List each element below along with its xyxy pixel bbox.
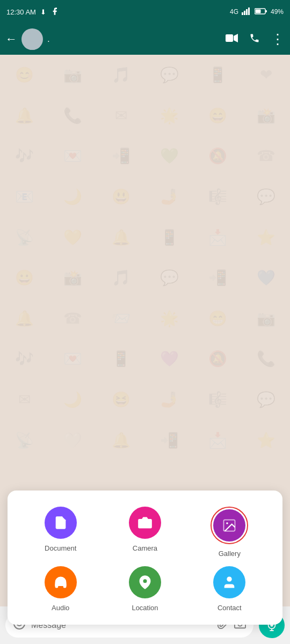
attachment-document[interactable]: Document (18, 507, 103, 558)
svg-rect-2 (246, 9, 248, 15)
document-label: Document (45, 544, 76, 552)
contact-name: . (47, 34, 50, 45)
location-icon-circle (129, 566, 161, 598)
attachment-camera[interactable]: Camera (103, 507, 187, 558)
status-left: 12:30 AM ⬇ (6, 7, 59, 17)
header-right: ⋮ (226, 32, 285, 46)
audio-label: Audio (52, 604, 69, 612)
svg-point-16 (227, 577, 232, 582)
attachment-location[interactable]: Location (103, 566, 187, 612)
gallery-icon-circle (213, 509, 245, 541)
attachment-audio[interactable]: Audio (18, 566, 103, 612)
battery-percent: 49% (271, 8, 284, 16)
svg-rect-1 (244, 11, 245, 15)
svg-rect-3 (248, 8, 250, 15)
header-left: ← . (5, 28, 226, 50)
download-icon: ⬇ (40, 8, 46, 16)
svg-rect-6 (265, 10, 267, 12)
time-display: 12:30 AM (6, 8, 36, 16)
svg-point-7 (28, 33, 37, 41)
camera-label: Camera (133, 544, 157, 552)
chat-area: 😊📷🎵💬📱❤ 🔔📞✉🌟😄📸 🎶💌📲💚🔕☎ 📧🌙😃🤳🎼💬 📡💛🔔📱📩⭐ 😀📸🎵💬📲… (0, 55, 290, 460)
chat-background-pattern: 😊📷🎵💬📱❤ 🔔📞✉🌟😄📸 🎶💌📲💚🔕☎ 📧🌙😃🤳🎼💬 📡💛🔔📱📩⭐ 😀📸🎵💬📲… (0, 55, 290, 460)
attachment-gallery[interactable]: Gallery (187, 507, 272, 558)
gallery-selected-border (211, 507, 248, 544)
svg-point-14 (226, 522, 228, 524)
facebook-icon (50, 7, 59, 17)
avatar (21, 28, 43, 50)
status-bar: 12:30 AM ⬇ 4G 49% (0, 0, 290, 24)
signal-icon (242, 8, 251, 17)
network-type: 4G (230, 8, 238, 16)
svg-rect-0 (242, 12, 243, 15)
svg-marker-10 (234, 34, 238, 42)
contact-label: Contact (218, 604, 242, 612)
contact-icon-circle (213, 566, 245, 598)
document-icon-circle (45, 507, 77, 539)
svg-point-8 (25, 41, 40, 50)
attachment-grid: Document Camera (18, 507, 272, 612)
battery-icon (255, 8, 267, 17)
audio-icon-circle (45, 566, 77, 598)
attachment-panel: Document Camera (8, 491, 282, 625)
gallery-label: Gallery (219, 550, 241, 558)
status-right: 4G 49% (230, 8, 284, 17)
chat-header: ← . ⋮ (0, 24, 290, 55)
bottom-section: Document Camera (0, 491, 290, 644)
voice-call-button[interactable] (249, 33, 260, 46)
video-call-button[interactable] (226, 33, 238, 46)
back-button[interactable]: ← (5, 32, 17, 46)
svg-point-12 (143, 522, 147, 525)
svg-rect-5 (255, 9, 260, 13)
camera-icon-circle (129, 507, 161, 539)
svg-rect-9 (226, 34, 233, 42)
location-label: Location (132, 604, 158, 612)
svg-point-15 (143, 579, 147, 583)
attachment-contact[interactable]: Contact (187, 566, 272, 612)
more-options-button[interactable]: ⋮ (271, 32, 285, 46)
